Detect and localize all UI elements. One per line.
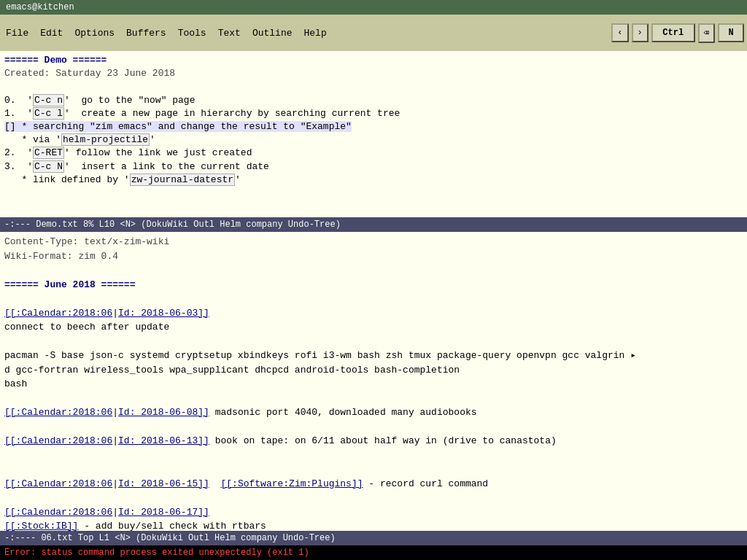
toolbar: ‹ › Ctrl ⌫ N <box>611 23 744 43</box>
echo-message: Error: status command process exited une… <box>4 548 309 558</box>
lower-buffer[interactable]: Content-Type: text/x-zim-wiki Wiki-Forma… <box>0 232 747 531</box>
lower-mode-line-text: -:---- 06.txt Top L1 <N> (DokuWiki Outl … <box>4 533 336 543</box>
upper-buffer[interactable]: ====== Demo ====== Created: Saturday 23 … <box>0 51 747 217</box>
menu-text[interactable]: Text <box>215 27 244 39</box>
title-text: emacs@kitchen <box>6 2 74 12</box>
menu-options[interactable]: Options <box>71 27 117 39</box>
menu-toolbar-row: File Edit Options Buffers Tools Text Out… <box>0 15 747 51</box>
menu-tools[interactable]: Tools <box>175 27 209 39</box>
lower-mode-line: -:---- 06.txt Top L1 <N> (DokuWiki Outl … <box>0 531 747 545</box>
menu-file[interactable]: File <box>3 27 31 39</box>
delete-icon[interactable]: ⌫ <box>698 23 715 43</box>
menu-bar: File Edit Options Buffers Tools Text Out… <box>3 27 611 39</box>
menu-help[interactable]: Help <box>301 27 330 39</box>
back-icon[interactable]: ‹ <box>611 23 628 42</box>
upper-buffer-content: ====== Demo ====== Created: Saturday 23 … <box>4 54 743 187</box>
menu-edit[interactable]: Edit <box>37 27 66 39</box>
forward-icon[interactable]: › <box>632 23 649 42</box>
n-button[interactable]: N <box>718 23 744 42</box>
ctrl-button[interactable]: Ctrl <box>651 23 695 42</box>
editor-container: ====== Demo ====== Created: Saturday 23 … <box>0 51 747 560</box>
title-bar: emacs@kitchen <box>0 0 747 15</box>
echo-area: Error: status command process exited une… <box>0 545 747 560</box>
menu-outline[interactable]: Outline <box>249 27 295 39</box>
menu-buffers[interactable]: Buffers <box>123 27 169 39</box>
upper-mode-line-text: -:--- Demo.txt 8% L10 <N> (DokuWiki Outl… <box>4 219 341 230</box>
upper-mode-line: -:--- Demo.txt 8% L10 <N> (DokuWiki Outl… <box>0 217 747 232</box>
lower-buffer-content: Content-Type: text/x-zim-wiki Wiki-Forma… <box>4 235 743 531</box>
